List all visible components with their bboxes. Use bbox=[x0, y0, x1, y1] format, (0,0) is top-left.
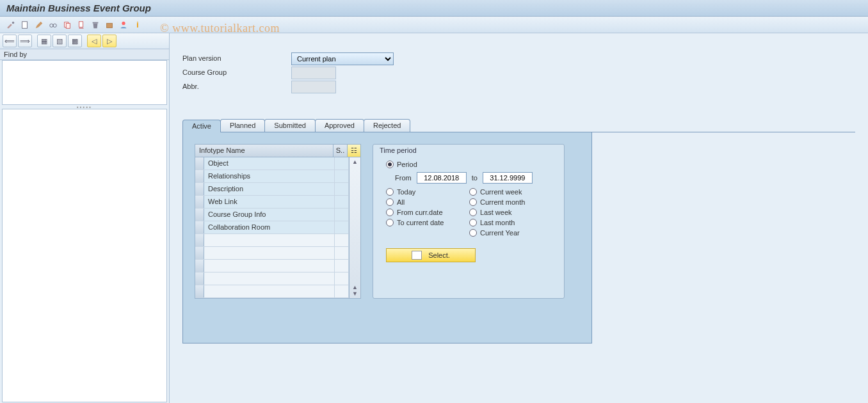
tree-refresh-icon[interactable]: ▩ bbox=[68, 35, 82, 47]
from-date-input[interactable] bbox=[417, 172, 467, 184]
tab-approved[interactable]: Approved bbox=[315, 119, 364, 132]
tool-info-icon[interactable]: i bbox=[132, 19, 143, 31]
tab-planned[interactable]: Planned bbox=[220, 119, 265, 132]
radio-all[interactable]: All bbox=[386, 198, 469, 206]
table-row[interactable]: Relationships bbox=[195, 170, 349, 183]
page-title: Maintain Business Event Group bbox=[0, 0, 868, 17]
radio-current-week[interactable]: Current week bbox=[469, 188, 552, 196]
sidebar: ⟸ ⟹ ▦ ▧ ▩ ◁ ▷ Find by ▪▪▪▪▪ bbox=[0, 33, 170, 403]
table-row[interactable] bbox=[195, 285, 349, 298]
sidebar-toolbar: ⟸ ⟹ ▦ ▧ ▩ ◁ ▷ bbox=[0, 33, 169, 49]
tool-cut-icon[interactable] bbox=[76, 19, 87, 31]
time-period-group: Time period Period From to Today Current… bbox=[373, 144, 565, 299]
nav-back-icon[interactable]: ⟸ bbox=[3, 35, 17, 47]
tree-expand-icon[interactable]: ▦ bbox=[37, 35, 51, 47]
object-tree[interactable] bbox=[2, 109, 167, 402]
tree-collapse-icon[interactable]: ▧ bbox=[52, 35, 67, 47]
svg-point-2 bbox=[50, 24, 53, 27]
tool-doc-icon[interactable] bbox=[19, 19, 31, 31]
svg-point-3 bbox=[53, 24, 56, 27]
radio-current-year[interactable]: Current Year bbox=[469, 229, 552, 237]
find-by-label: Find by bbox=[0, 49, 169, 60]
radio-last-week[interactable]: Last week bbox=[469, 209, 552, 216]
svg-point-9 bbox=[122, 21, 125, 24]
table-row[interactable]: Object bbox=[195, 157, 349, 170]
radio-period[interactable]: Period bbox=[386, 161, 417, 168]
table-row[interactable] bbox=[195, 273, 349, 285]
to-label: to bbox=[472, 174, 478, 182]
radio-from-curr-date[interactable]: From curr.date bbox=[386, 209, 469, 216]
table-row[interactable] bbox=[195, 260, 349, 273]
tool-pencil-icon[interactable] bbox=[33, 19, 45, 31]
nav-forward-icon[interactable]: ⟹ bbox=[18, 35, 32, 47]
tool-person-icon[interactable] bbox=[118, 19, 129, 31]
scroll-down-icon[interactable]: ▲ bbox=[352, 284, 358, 290]
nav-up-icon[interactable]: ◁ bbox=[87, 35, 101, 47]
infotype-rows: Object Relationships Description Web Lin… bbox=[195, 157, 349, 298]
tab-content: Infotype Name S.. ☷ Object Relationships… bbox=[182, 132, 592, 344]
from-label: From bbox=[395, 174, 412, 182]
tool-glasses-icon[interactable] bbox=[47, 19, 59, 31]
radio-current-month[interactable]: Current month bbox=[469, 198, 552, 206]
radio-last-month[interactable]: Last month bbox=[469, 219, 552, 226]
tab-submitted[interactable]: Submitted bbox=[264, 119, 316, 132]
table-row[interactable]: Description bbox=[195, 183, 349, 196]
to-date-input[interactable] bbox=[483, 172, 533, 184]
svg-point-0 bbox=[12, 21, 15, 24]
svg-rect-5 bbox=[66, 23, 70, 28]
tool-wrench-icon[interactable] bbox=[5, 19, 17, 31]
nav-down-icon[interactable]: ▷ bbox=[102, 35, 117, 47]
table-row[interactable]: Course Group Info bbox=[195, 209, 349, 221]
header-form: Plan version Current plan Course Group A… bbox=[182, 52, 855, 93]
svg-rect-7 bbox=[93, 22, 99, 23]
plan-version-label: Plan version bbox=[182, 52, 291, 65]
svg-rect-6 bbox=[79, 21, 83, 27]
scroll-up-icon[interactable]: ▲ bbox=[352, 159, 358, 165]
svg-rect-1 bbox=[22, 21, 28, 28]
tool-trash-icon[interactable] bbox=[90, 19, 101, 31]
course-group-input[interactable] bbox=[291, 67, 336, 79]
tab-active[interactable]: Active bbox=[182, 120, 221, 132]
tool-box-icon[interactable] bbox=[104, 19, 115, 31]
select-button[interactable]: Select. bbox=[386, 248, 476, 262]
table-row[interactable]: Web Link bbox=[195, 196, 349, 209]
radio-today[interactable]: Today bbox=[386, 188, 469, 196]
course-group-label: Course Group bbox=[182, 67, 291, 79]
col-config-icon[interactable]: ☷ bbox=[348, 145, 360, 157]
find-by-panel[interactable] bbox=[2, 60, 167, 105]
table-scrollbar[interactable]: ▲ ▲ ▼ bbox=[349, 157, 360, 298]
time-period-title: Time period bbox=[380, 146, 558, 158]
scroll-down2-icon[interactable]: ▼ bbox=[352, 290, 358, 297]
col-infotype-name[interactable]: Infotype Name bbox=[195, 145, 334, 157]
main-area: Plan version Current plan Course Group A… bbox=[170, 33, 868, 403]
plan-version-select[interactable]: Current plan bbox=[291, 52, 394, 65]
infotype-table: Infotype Name S.. ☷ Object Relationships… bbox=[195, 144, 361, 299]
table-row[interactable]: Collaboration Room bbox=[195, 221, 349, 234]
col-s[interactable]: S.. bbox=[334, 145, 348, 157]
table-row[interactable] bbox=[195, 247, 349, 260]
abbr-input bbox=[291, 81, 336, 93]
svg-rect-8 bbox=[107, 23, 113, 28]
select-icon bbox=[412, 251, 422, 260]
tool-copy-icon[interactable] bbox=[61, 19, 73, 31]
radio-to-current-date[interactable]: To current date bbox=[386, 219, 469, 226]
main-toolbar: i bbox=[0, 17, 868, 33]
tab-rejected[interactable]: Rejected bbox=[364, 119, 410, 132]
abbr-label: Abbr. bbox=[182, 81, 291, 93]
status-tabstrip: Active Planned Submitted Approved Reject… bbox=[182, 119, 855, 132]
table-row[interactable] bbox=[195, 234, 349, 247]
